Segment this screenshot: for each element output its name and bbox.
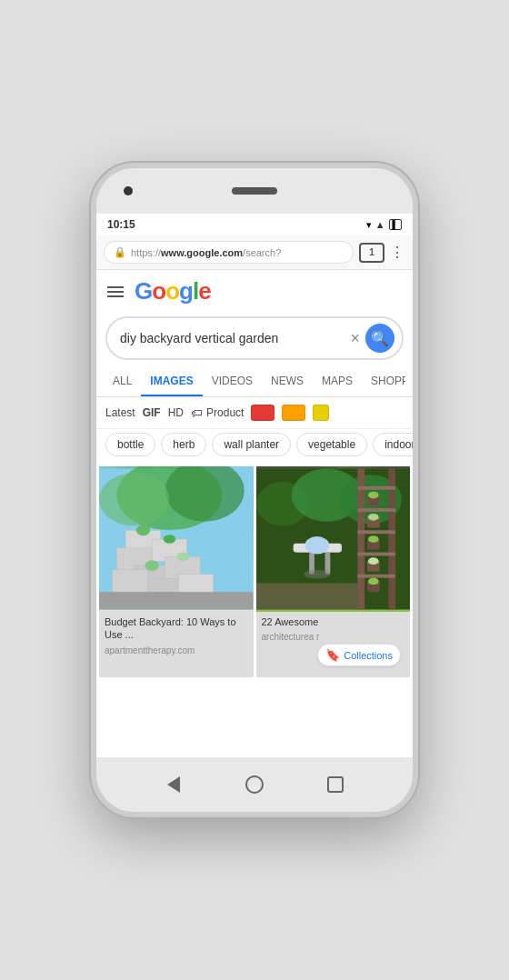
back-button[interactable] <box>163 774 185 795</box>
pill-bottle[interactable]: bottle <box>105 433 155 456</box>
search-icon: 🔍 <box>371 330 389 347</box>
search-button[interactable]: 🔍 <box>365 324 394 353</box>
svg-point-13 <box>164 535 176 544</box>
svg-point-12 <box>136 525 150 536</box>
tab-news[interactable]: NEWS <box>262 367 313 396</box>
url-bar[interactable]: 🔒 https://www.google.com/search? <box>104 241 354 264</box>
search-box[interactable]: diy backyard vertical garden × 🔍 <box>105 316 404 360</box>
search-query: diy backyard vertical garden <box>120 331 350 345</box>
tab-shopping[interactable]: SHOPPI... <box>362 367 405 396</box>
pill-herb[interactable]: herb <box>161 433 206 456</box>
filter-gif[interactable]: GIF <box>143 406 161 419</box>
image-card-1[interactable]: Budget Backyard: 10 Ways to Use ... apar… <box>99 466 254 677</box>
pill-indoor[interactable]: indoor <box>373 433 413 456</box>
svg-rect-26 <box>357 553 395 556</box>
svg-rect-21 <box>357 469 364 610</box>
google-logo: Google <box>135 277 211 305</box>
svg-point-42 <box>368 578 379 585</box>
tag-icon: 🏷 <box>191 406 203 420</box>
collections-icon: 🔖 <box>325 648 340 662</box>
svg-point-14 <box>145 560 158 571</box>
svg-point-40 <box>368 535 379 543</box>
garden-image-2 <box>256 466 411 612</box>
recent-button[interactable] <box>324 774 346 795</box>
search-tabs: ALL IMAGES VIDEOS NEWS MAPS SHOPPI... <box>96 367 413 397</box>
screen: 10:15 ▾ ▲ ▌ 🔒 https://www.google.com/sea… <box>96 214 413 757</box>
phone-bottom-bar <box>96 757 413 812</box>
svg-point-48 <box>304 536 329 554</box>
filter-product[interactable]: 🏷 Product <box>191 406 244 420</box>
image-grid: Budget Backyard: 10 Ways to Use ... apar… <box>96 464 413 680</box>
svg-rect-22 <box>388 469 395 610</box>
phone-frame: 10:15 ▾ ▲ ▌ 🔒 https://www.google.com/sea… <box>91 163 418 817</box>
svg-point-39 <box>368 514 379 521</box>
card-caption-1: Budget Backyard: 10 Ways to Use ... <box>99 612 254 645</box>
filter-hd[interactable]: HD <box>168 406 184 419</box>
status-time: 10:15 <box>107 218 135 231</box>
svg-rect-16 <box>99 592 254 609</box>
color-swatch-yellow[interactable] <box>313 405 329 421</box>
tab-maps[interactable]: MAPS <box>313 367 362 396</box>
svg-rect-25 <box>357 530 395 534</box>
google-header: Google <box>96 270 413 313</box>
garden-svg-2 <box>256 466 411 612</box>
status-bar: 10:15 ▾ ▲ ▌ <box>96 214 413 235</box>
content-area[interactable]: Google diy backyard vertical garden × 🔍 … <box>96 270 413 757</box>
svg-rect-49 <box>256 583 357 609</box>
tab-videos[interactable]: VIDEOS <box>203 367 262 396</box>
home-button[interactable] <box>244 774 265 795</box>
garden-image-1 <box>99 466 254 612</box>
tab-count-button[interactable]: 1 <box>359 243 384 263</box>
browser-menu-button[interactable]: ⋮ <box>390 244 405 261</box>
filters-row: Latest GIF HD 🏷 Product <box>96 397 413 429</box>
color-swatch-orange[interactable] <box>282 405 305 421</box>
collections-button[interactable]: 🔖 Collections <box>317 644 401 666</box>
clear-button[interactable]: × <box>350 329 360 348</box>
svg-rect-23 <box>357 486 395 490</box>
image-card-2[interactable]: 22 Awesome architecturea r 🔖 Collections <box>256 466 411 677</box>
url-domain: www.google.com <box>161 247 243 258</box>
lock-icon: 🔒 <box>114 246 126 258</box>
pill-wall-planter[interactable]: wall planter <box>212 433 291 456</box>
camera-icon <box>124 186 133 195</box>
tab-all[interactable]: ALL <box>104 367 141 396</box>
svg-rect-24 <box>357 508 395 512</box>
url-text: https://www.google.com/search? <box>131 247 281 258</box>
filter-product-label: Product <box>206 406 244 419</box>
svg-point-47 <box>304 570 330 579</box>
color-swatch-red[interactable] <box>251 405 274 421</box>
wifi-icon: ▾ <box>366 219 372 231</box>
filter-latest[interactable]: Latest <box>105 406 135 419</box>
phone-top-bar <box>96 168 413 214</box>
svg-point-38 <box>368 492 379 499</box>
collections-label: Collections <box>344 650 393 661</box>
browser-bar: 🔒 https://www.google.com/search? 1 ⋮ <box>96 235 413 270</box>
speaker-icon <box>232 187 277 195</box>
card-caption-2: 22 Awesome <box>256 612 411 632</box>
garden-svg-1 <box>99 466 254 612</box>
pill-vegetable[interactable]: vegetable <box>296 433 367 456</box>
svg-point-3 <box>99 473 169 525</box>
hamburger-menu[interactable] <box>107 286 124 297</box>
svg-rect-9 <box>113 570 148 592</box>
status-icons: ▾ ▲ ▌ <box>366 219 402 231</box>
card-source-1: apartmenttherapy.com <box>99 645 254 659</box>
svg-point-15 <box>176 553 189 562</box>
tab-images[interactable]: IMAGES <box>141 367 202 396</box>
battery-icon: ▌ <box>389 219 402 230</box>
pills-row: bottle herb wall planter vegetable indoo… <box>96 429 413 464</box>
signal-icon: ▲ <box>375 219 385 230</box>
svg-rect-27 <box>357 575 395 578</box>
svg-point-41 <box>368 557 379 565</box>
